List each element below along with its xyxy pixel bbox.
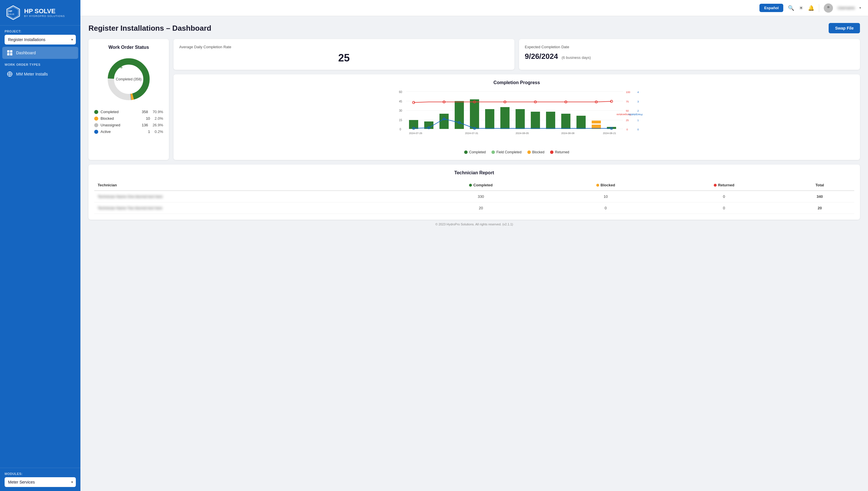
svg-text:0: 0 — [637, 128, 639, 131]
language-button[interactable]: Español — [759, 4, 783, 12]
wo-legend: Completed 358 70.9% Blocked 10 2.0% Unas… — [94, 110, 163, 134]
svg-rect-39 — [546, 112, 555, 129]
wo-status-title: Work Order Status — [94, 45, 163, 50]
tech1-blocked: 10 — [549, 191, 663, 202]
page-title: Register Installations – Dashboard — [88, 24, 211, 33]
svg-text:2024-08-21: 2024-08-21 — [603, 132, 616, 135]
page-header: Register Installations – Dashboard Swap … — [88, 23, 860, 33]
notification-icon[interactable]: 🔔 — [808, 5, 814, 11]
avatar-icon — [826, 5, 831, 11]
sidebar: HP SOLVE HP SOLVE BY HYDROPRO SOLUTIONS … — [0, 0, 80, 491]
svg-rect-7 — [10, 53, 12, 55]
svg-text:2024-08-05: 2024-08-05 — [516, 132, 529, 135]
nav-divider — [819, 4, 819, 12]
expected-completion-label: Expected Completion Date — [525, 45, 854, 49]
chart-returned-label: Returned — [555, 150, 569, 154]
active-pct: 0.2% — [154, 129, 163, 134]
svg-rect-40 — [561, 114, 571, 129]
th-blocked-dot — [596, 184, 599, 186]
chart-field-completed-label: Field Completed — [496, 150, 521, 154]
completed-pct: 70.9% — [152, 110, 163, 114]
avg-daily-value: 25 — [179, 52, 509, 64]
svg-rect-6 — [7, 53, 9, 55]
svg-text:SOLVE: SOLVE — [8, 13, 15, 15]
svg-rect-4 — [7, 50, 9, 53]
svg-text:15: 15 — [399, 119, 402, 122]
th-technician: Technician — [94, 180, 413, 191]
app-subname: BY HYDROPRO SOLUTIONS — [24, 15, 65, 18]
th-blocked: Blocked — [549, 180, 663, 191]
svg-rect-34 — [470, 99, 479, 129]
brightness-icon[interactable]: ☀ — [799, 5, 803, 11]
svg-rect-42 — [592, 121, 601, 123]
chart-legend: Completed Field Completed Blocked R — [179, 150, 854, 154]
table-header-row: Technician Completed Blocked — [94, 180, 854, 191]
svg-text:0: 0 — [400, 128, 401, 131]
project-selector[interactable]: Register Installations — [5, 35, 76, 45]
username-chevron-icon: ▾ — [859, 6, 861, 10]
modules-section: Modules: Meter Services ▾ — [0, 468, 80, 491]
avatar — [824, 3, 833, 12]
main-content: Español 🔍 ☀ 🔔 Username ▾ Register Instal… — [80, 0, 868, 491]
modules-selector[interactable]: Meter Services — [5, 477, 76, 487]
legend-completed: Completed 358 70.9% — [94, 110, 163, 114]
stats-row: Average Daily Completion Rate 25 Expecte… — [173, 39, 860, 70]
chart-completed-label: Completed — [469, 150, 486, 154]
tech1-returned: 0 — [663, 191, 785, 202]
th-returned: Returned — [663, 180, 785, 191]
chart-returned-dot — [550, 150, 553, 154]
tech1-total: 340 — [785, 191, 854, 202]
swap-file-button[interactable]: Swap File — [829, 23, 860, 33]
hp-solve-logo-icon: HP SOLVE — [6, 5, 21, 20]
svg-text:45: 45 — [399, 100, 402, 103]
th-total: Total — [785, 180, 854, 191]
svg-text:Precipitation: Precipitation — [628, 113, 642, 116]
sidebar-item-dashboard[interactable]: Dashboard — [2, 47, 78, 59]
technician-report-title: Technician Report — [94, 170, 854, 175]
top-nav: Español 🔍 ☀ 🔔 Username ▾ — [80, 0, 868, 16]
technician-report-card: Technician Report Technician Completed — [88, 165, 860, 220]
expected-completion-card: Expected Completion Date 9/26/2024 (6 bu… — [519, 39, 860, 70]
unassigned-count: 136 — [142, 123, 148, 127]
avg-daily-card: Average Daily Completion Rate 25 — [173, 39, 514, 70]
donut-completed-label: Completed (358) — [116, 77, 141, 81]
active-dot — [94, 130, 98, 134]
sidebar-item-mm-meter-installs[interactable]: MM Meter Installs — [2, 68, 78, 80]
completion-progress-card: Completion Progress 60 45 30 15 0 — [173, 75, 860, 160]
legend-blocked: Blocked 10 2.0% — [94, 116, 163, 121]
expected-completion-sub: (6 business days) — [561, 55, 591, 60]
technician-name-1: Technician Name One blurred text here — [94, 191, 413, 202]
search-icon[interactable]: 🔍 — [788, 5, 794, 11]
right-top: Average Daily Completion Rate 25 Expecte… — [173, 39, 860, 160]
chart-blocked-dot — [527, 150, 531, 154]
modules-selector-wrap: Meter Services ▾ — [5, 477, 76, 487]
progress-title: Completion Progress — [179, 80, 854, 85]
blocked-pct: 2.0% — [154, 116, 163, 121]
completed-count: 358 — [142, 110, 148, 114]
blocked-dot — [94, 117, 98, 121]
svg-text:75: 75 — [626, 100, 629, 103]
svg-rect-32 — [439, 114, 449, 129]
completed-dot — [94, 110, 98, 114]
svg-text:25: 25 — [626, 119, 629, 122]
completion-progress-chart: 60 45 30 15 0 — [182, 89, 851, 146]
top-section: Work Order Status 70.9% — [88, 39, 860, 160]
mm-meter-installs-label: MM Meter Installs — [16, 72, 48, 76]
work-order-status-card: Work Order Status 70.9% — [88, 39, 169, 160]
blocked-label: Blocked — [100, 116, 144, 121]
svg-text:2024-08-08: 2024-08-08 — [561, 132, 575, 135]
th-completed: Completed — [413, 180, 549, 191]
chart-completed-dot — [464, 150, 468, 154]
svg-rect-30 — [409, 120, 418, 129]
svg-rect-5 — [10, 50, 12, 53]
th-returned-label: Returned — [718, 183, 734, 187]
th-completed-label: Completed — [473, 183, 493, 187]
chart-legend-returned: Returned — [550, 150, 569, 154]
svg-text:50: 50 — [626, 109, 629, 112]
chart-blocked-label: Blocked — [532, 150, 545, 154]
svg-text:60: 60 — [399, 90, 402, 94]
app-name: HP SOLVE — [24, 8, 65, 15]
username-display: Username — [838, 6, 855, 10]
svg-text:100: 100 — [626, 91, 630, 94]
svg-text:HP: HP — [9, 10, 12, 12]
